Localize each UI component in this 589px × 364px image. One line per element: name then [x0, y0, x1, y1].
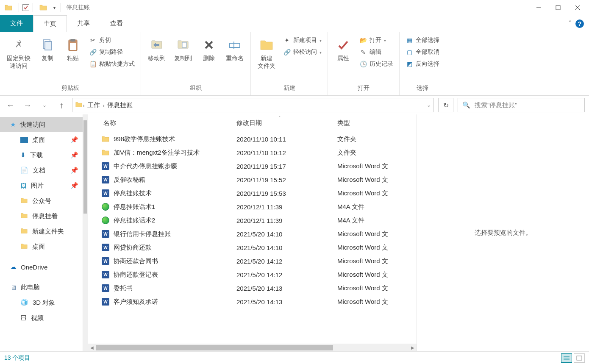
file-date: 2021/5/20 14:12 — [236, 258, 330, 265]
file-row[interactable]: W委托书2021/5/20 14:13Microsoft Word 文 — [88, 281, 417, 295]
forward-button[interactable]: → — [21, 99, 34, 111]
folder-icon — [20, 212, 28, 221]
file-row[interactable]: W协商还款合同书2021/5/20 14:12Microsoft Word 文 — [88, 254, 417, 268]
new-item-button[interactable]: ✦新建项目▾ — [283, 36, 322, 44]
tab-share[interactable]: 共享 — [67, 15, 100, 32]
col-date[interactable]: 修改日期 ˆ — [236, 119, 262, 127]
sidebar-documents[interactable]: 📄文档📌 — [0, 163, 83, 178]
file-date: 2020/12/1 11:39 — [236, 217, 330, 224]
file-row[interactable]: 998教学停息挂账技术2020/11/10 10:11文件夹 — [88, 132, 417, 146]
file-row[interactable]: W停息挂账技术2020/11/19 15:53Microsoft Word 文 — [88, 186, 417, 200]
file-date: 2021/5/20 14:12 — [236, 271, 330, 278]
file-row[interactable]: W客户须知及承诺2021/5/20 14:13Microsoft Word 文 — [88, 295, 417, 308]
horizontal-scrollbar[interactable]: ◀ ▶ — [88, 344, 417, 351]
minimize-button[interactable] — [529, 0, 548, 15]
sidebar-desktop[interactable]: 桌面📌 — [0, 132, 83, 147]
easy-access-button[interactable]: 🔗轻松访问▾ — [283, 48, 322, 56]
scrollbar-thumb[interactable] — [96, 345, 333, 350]
edit-button[interactable]: ✎编辑 — [359, 48, 393, 56]
search-input[interactable]: 🔍 搜索"停息挂账" — [458, 98, 585, 112]
copy-to-icon — [175, 36, 192, 53]
file-type: Microsoft Word 文 — [337, 271, 409, 279]
select-none-button[interactable]: ▢全部取消 — [406, 48, 439, 56]
sidebar-pictures[interactable]: 🖼图片📌 — [0, 178, 83, 193]
check-icon — [335, 36, 352, 53]
file-row[interactable]: W中介代办停息挂账步骤2020/11/19 15:17Microsoft Wor… — [88, 159, 417, 173]
tab-file[interactable]: 文件 — [0, 15, 33, 32]
sidebar-3d[interactable]: 🧊3D 对象 — [0, 295, 83, 310]
close-button[interactable] — [568, 0, 587, 15]
address-row: ← → ⌄ ↑ › 工作 › 停息挂账 ⌄ ↻ 🔍 搜索"停息挂账" — [0, 96, 589, 114]
file-row[interactable]: 停息挂账话术12020/12/1 11:39M4A 文件 — [88, 200, 417, 214]
status-bar: 13 个项目 — [0, 351, 589, 364]
properties-button[interactable]: 属性 — [331, 34, 356, 64]
word-icon: W — [101, 189, 110, 198]
move-to-button[interactable]: 移动到 — [144, 34, 170, 64]
qat-checkbox[interactable] — [22, 4, 29, 11]
breadcrumb-seg[interactable]: 停息挂账 — [105, 101, 135, 109]
col-type[interactable]: 类型 — [337, 119, 350, 127]
open-button[interactable]: 📂打开▾ — [359, 36, 393, 44]
scrollbar-thumb[interactable] — [83, 120, 87, 214]
delete-icon — [200, 36, 217, 53]
select-all-button[interactable]: ▦全部选择 — [406, 36, 439, 44]
help-icon[interactable]: ? — [575, 19, 584, 28]
copy-to-button[interactable]: 复制到 — [170, 34, 196, 64]
file-row[interactable]: W网贷协商还款2021/5/20 14:10Microsoft Word 文 — [88, 241, 417, 254]
invert-select-button[interactable]: ◩反向选择 — [406, 60, 439, 68]
view-large-button[interactable] — [574, 353, 585, 363]
cut-button[interactable]: ✂剪切 — [89, 36, 135, 44]
address-bar[interactable]: › 工作 › 停息挂账 ⌄ — [72, 98, 434, 112]
paste-shortcut-button[interactable]: 📋粘贴快捷方式 — [89, 60, 135, 68]
col-name[interactable]: 名称 — [103, 119, 116, 127]
file-name: 网贷协商还款 — [114, 244, 152, 252]
maximize-button[interactable] — [548, 0, 568, 15]
recent-dropdown[interactable]: ⌄ — [38, 99, 51, 111]
history-button[interactable]: 🕓历史记录 — [359, 60, 393, 68]
sidebar-scrollbar[interactable] — [83, 114, 88, 351]
group-clipboard: 固定到快 速访问 复制 粘贴 ✂剪切 🔗复制路径 📋粘贴快捷方式 剪贴板 — [0, 32, 141, 95]
folder-icon — [75, 101, 83, 110]
word-icon: W — [101, 283, 110, 293]
file-row[interactable]: W反催收秘籍2020/11/19 15:52Microsoft Word 文 — [88, 173, 417, 186]
up-button[interactable]: ↑ — [55, 99, 68, 111]
qat-dropdown-icon[interactable]: ▾ — [52, 6, 57, 10]
sidebar-item[interactable]: 桌面 — [0, 239, 83, 254]
collapse-ribbon-icon[interactable]: ˆ — [569, 20, 571, 28]
file-row[interactable]: W协商还款登记表2021/5/20 14:12Microsoft Word 文 — [88, 268, 417, 281]
refresh-button[interactable]: ↻ — [438, 98, 453, 112]
sidebar-quick-access[interactable]: ★快速访问 — [0, 117, 83, 132]
file-row[interactable]: W银行信用卡停息挂账2021/5/20 14:10Microsoft Word … — [88, 227, 417, 241]
copy-button[interactable]: 复制 — [35, 34, 60, 64]
sidebar-onedrive[interactable]: ☁OneDrive — [0, 259, 83, 275]
sidebar-downloads[interactable]: ⬇下载📌 — [0, 147, 83, 163]
file-name: 停息挂账话术2 — [114, 217, 155, 225]
star-icon: ★ — [10, 121, 16, 128]
file-row[interactable]: 加V信：mengxt2备注学习技术2020/11/10 10:12文件夹 — [88, 146, 417, 159]
breadcrumb-seg[interactable]: 工作 — [85, 101, 103, 109]
tab-home[interactable]: 主页 — [33, 15, 67, 32]
copy-path-button[interactable]: 🔗复制路径 — [89, 48, 135, 56]
sidebar-item[interactable]: 停息挂着 — [0, 208, 83, 224]
sidebar-videos[interactable]: 🎞视频 — [0, 310, 83, 325]
rename-button[interactable]: 重命名 — [222, 34, 248, 64]
addr-dropdown-icon[interactable]: ⌄ — [427, 102, 431, 108]
sidebar-item[interactable]: 新建文件夹 — [0, 224, 83, 239]
folder-icon — [20, 227, 28, 236]
history-icon: 🕓 — [359, 60, 367, 68]
word-icon: W — [101, 161, 110, 171]
sidebar-this-pc[interactable]: 🖥此电脑 — [0, 280, 83, 295]
scroll-left-icon[interactable]: ◀ — [88, 344, 96, 351]
tab-view[interactable]: 查看 — [100, 15, 133, 32]
file-row[interactable]: 停息挂账话术22020/12/1 11:39M4A 文件 — [88, 214, 417, 227]
delete-button[interactable]: 删除 — [196, 34, 222, 64]
file-type: Microsoft Word 文 — [337, 176, 409, 184]
new-folder-button[interactable]: 新建 文件夹 — [253, 34, 280, 72]
sidebar-item[interactable]: 公众号 — [0, 193, 83, 208]
file-name: 协商还款合同书 — [114, 257, 158, 265]
view-details-button[interactable] — [561, 353, 572, 363]
pin-quick-access-button[interactable]: 固定到快 速访问 — [3, 34, 35, 72]
paste-button[interactable]: 粘贴 — [60, 34, 86, 64]
back-button[interactable]: ← — [4, 99, 17, 111]
scroll-right-icon[interactable]: ▶ — [409, 344, 417, 351]
